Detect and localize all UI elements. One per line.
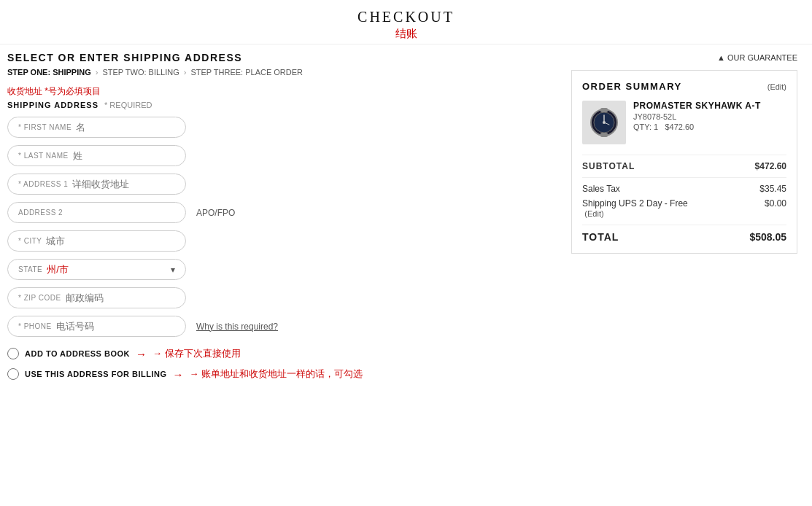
state-row: STATE 州/市 Alabama Alaska Arizona Califor…: [7, 259, 557, 280]
product-qty: QTY: 1: [633, 122, 658, 131]
address1-wrapper: * ADDRESS 1: [7, 174, 186, 195]
city-row: * CITY: [7, 230, 557, 252]
summary-divider-3: [582, 225, 786, 225]
address2-label: ADDRESS 2: [18, 209, 63, 217]
use-for-billing-label: USE THIS ADDRESS FOR BILLING: [25, 370, 167, 378]
product-info: PROMASTER SKYHAWK A-T JY8078-52L QTY: 1 …: [633, 101, 786, 144]
required-label: * REQUIRED: [104, 101, 152, 109]
first-name-wrapper: * FIRST NAME: [7, 117, 186, 138]
address1-row: * ADDRESS 1: [7, 174, 557, 195]
total-label: TOTAL: [582, 231, 619, 243]
right-panel: ▲ OUR GUARANTEE ORDER SUMMARY (Edit): [571, 52, 797, 388]
subtotal-line: SUBTOTAL $472.60: [582, 161, 786, 171]
product-row: PROMASTER SKYHAWK A-T JY8078-52L QTY: 1 …: [582, 101, 786, 144]
add-to-address-book-row: ADD TO ADDRESS BOOK → → 保存下次直接使用: [7, 347, 557, 360]
phone-row: * PHONE Why is this required?: [7, 316, 372, 337]
main-layout: SELECT OR ENTER SHIPPING ADDRESS STEP ON…: [0, 44, 812, 402]
zip-input[interactable]: [66, 292, 175, 303]
city-label: * CITY: [18, 237, 42, 245]
address2-input[interactable]: [67, 207, 175, 218]
guarantee-link[interactable]: ▲ OUR GUARANTEE: [717, 53, 797, 62]
last-name-wrapper: * LAST NAME: [7, 145, 186, 166]
use-for-billing-row: USE THIS ADDRESS FOR BILLING → → 账单地址和收货…: [7, 367, 557, 381]
arrow-icon: →: [136, 348, 147, 360]
product-price: $472.60: [665, 122, 694, 131]
last-name-row: * LAST NAME: [7, 145, 557, 166]
product-qty-price: QTY: 1 $472.60: [633, 122, 786, 131]
add-to-address-book-radio[interactable]: [7, 348, 19, 359]
summary-divider: [582, 155, 786, 155]
left-panel: SELECT OR ENTER SHIPPING ADDRESS STEP ON…: [7, 52, 557, 388]
sales-tax-value: $35.45: [759, 184, 786, 194]
order-summary-edit-link[interactable]: (Edit): [767, 82, 786, 91]
address-label-line: SHIPPING ADDRESS * REQUIRED: [7, 101, 557, 109]
svg-rect-2: [600, 108, 608, 112]
address2-wrapper: ADDRESS 2: [7, 202, 186, 223]
phone-input[interactable]: [56, 321, 175, 332]
shipping-edit-link[interactable]: (Edit): [584, 209, 603, 218]
shipping-address-label: SHIPPING ADDRESS: [7, 101, 98, 109]
watch-svg-icon: [586, 104, 622, 141]
zip-label: * ZIP CODE: [18, 294, 61, 302]
state-wrapper: STATE 州/市 Alabama Alaska Arizona Califor…: [7, 259, 186, 280]
address1-input[interactable]: [72, 179, 175, 190]
chevron-down-icon: ▾: [171, 265, 175, 275]
product-sku: JY8078-52L: [633, 112, 786, 121]
svg-point-6: [603, 121, 606, 124]
address1-label: * ADDRESS 1: [18, 180, 68, 188]
first-name-input[interactable]: [76, 122, 175, 133]
annotation-text: → 保存下次直接使用: [152, 347, 241, 360]
add-to-address-book-label: ADD TO ADDRESS BOOK: [25, 349, 130, 358]
shipping-line: Shipping UPS 2 Day - Free (Edit) $0.00: [582, 198, 786, 219]
address-note: 收货地址 *号为必填项目: [7, 85, 557, 98]
zip-wrapper: * ZIP CODE: [7, 287, 186, 308]
product-name: PROMASTER SKYHAWK A-T: [633, 101, 786, 111]
use-for-billing-annotation: → → 账单地址和收货地址一样的话，可勾选: [173, 367, 363, 381]
sales-tax-line: Sales Tax $35.45: [582, 184, 786, 194]
city-input[interactable]: [46, 236, 175, 246]
subtotal-value: $472.60: [755, 161, 786, 171]
breadcrumb-sep2: ›: [184, 68, 187, 77]
checkout-title: CHECKOUT: [0, 9, 812, 26]
breadcrumb: STEP ONE: SHIPPING › STEP TWO: BILLING ›…: [7, 68, 557, 77]
phone-wrapper: * PHONE: [7, 316, 186, 337]
svg-rect-3: [600, 133, 608, 137]
address2-row: ADDRESS 2 APO/FPO: [7, 202, 299, 223]
breadcrumb-step3[interactable]: STEP THREE: PLACE ORDER: [190, 68, 303, 77]
order-summary-title: ORDER SUMMARY: [582, 81, 682, 92]
breadcrumb-step1[interactable]: STEP ONE: SHIPPING: [7, 68, 91, 77]
total-line: TOTAL $508.05: [582, 231, 786, 243]
summary-divider-2: [582, 177, 786, 178]
last-name-input[interactable]: [73, 150, 175, 161]
apo-fpo-link[interactable]: APO/FPO: [196, 208, 235, 218]
arrow-icon-2: →: [173, 368, 184, 381]
shipping-value: $0.00: [765, 198, 786, 209]
state-select[interactable]: 州/市 Alabama Alaska Arizona California Ne…: [47, 264, 166, 275]
checkout-subtitle: 结账: [0, 27, 812, 41]
first-name-label: * FIRST NAME: [18, 123, 71, 131]
billing-annotation-text: → 账单地址和收货地址一样的话，可勾选: [190, 367, 363, 381]
order-summary-header: ORDER SUMMARY (Edit): [582, 81, 786, 92]
breadcrumb-sep1: ›: [96, 68, 98, 77]
subtotal-label: SUBTOTAL: [582, 161, 635, 171]
first-name-row: * FIRST NAME: [7, 117, 557, 138]
page-header: CHECKOUT 结账: [0, 0, 812, 44]
why-required-link[interactable]: Why is this required?: [196, 322, 278, 332]
total-value: $508.05: [749, 231, 786, 243]
sales-tax-label: Sales Tax: [582, 184, 620, 194]
order-summary-box: ORDER SUMMARY (Edit): [571, 70, 797, 254]
page-heading: SELECT OR ENTER SHIPPING ADDRESS: [7, 52, 557, 63]
phone-label: * PHONE: [18, 322, 52, 330]
state-label: STATE: [18, 265, 42, 273]
use-for-billing-radio[interactable]: [7, 368, 19, 380]
breadcrumb-step2[interactable]: STEP TWO: BILLING: [102, 68, 179, 77]
last-name-label: * LAST NAME: [18, 152, 69, 160]
add-to-address-book-annotation: → → 保存下次直接使用: [136, 347, 241, 360]
product-image: [582, 101, 626, 144]
zip-row: * ZIP CODE: [7, 287, 557, 308]
shipping-label: Shipping UPS 2 Day - Free (Edit): [582, 198, 706, 219]
city-wrapper: * CITY: [7, 230, 186, 252]
